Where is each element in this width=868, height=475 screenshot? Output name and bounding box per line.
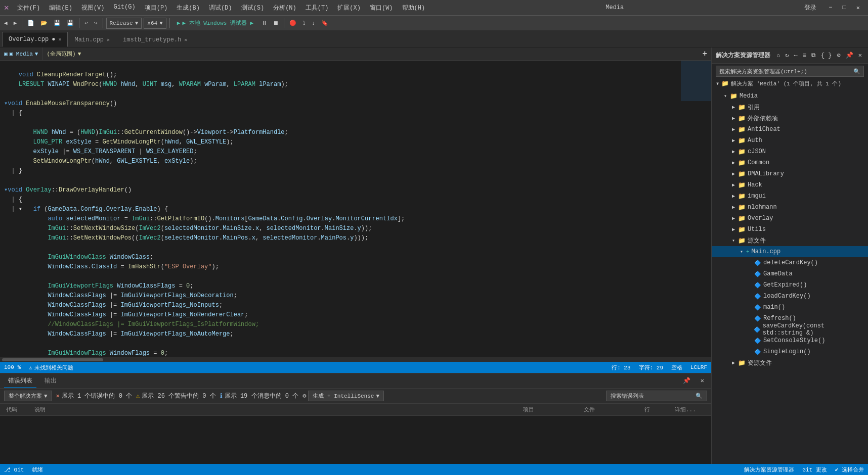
stop-button[interactable]: ⏹ (271, 19, 281, 27)
tab-overlay-cpp[interactable]: Overlay.cpp ● ✕ (2, 32, 68, 47)
tree-item-func-setconsolestyle[interactable]: 🔷 SetConsoleStyle() (712, 335, 868, 346)
tree-item-common[interactable]: ▶ 📁 Common (712, 157, 868, 168)
save-all-button[interactable]: 💾 (65, 19, 76, 27)
filter-dropdown[interactable]: 整个解决方案 ▼ (4, 391, 52, 401)
tree-item-func-main[interactable]: 🔷 main() (712, 302, 868, 313)
panel-icon-code[interactable]: { } (819, 51, 834, 60)
tab-output[interactable]: 输出 (40, 374, 61, 387)
status-git[interactable]: ⎇ Git (4, 466, 24, 473)
step-over-button[interactable]: ⤵ (300, 19, 308, 27)
function-dropdown[interactable]: (全局范围) ▼ (42, 49, 698, 59)
panel-pin-icon[interactable]: 📌 (680, 376, 693, 386)
pause-button[interactable]: ⏸ (259, 19, 269, 27)
tree-item-overlay[interactable]: ▶ 📁 Overlay (712, 213, 868, 224)
tree-item-func-getexpired[interactable]: 🔷 GetExpired() (712, 279, 868, 291)
error-search-bar[interactable]: 搜索错误列表 🔍 (606, 391, 707, 401)
build-dropdown[interactable]: 生成 + IntelliSense ▼ (308, 391, 384, 401)
panel-close-icon[interactable]: ✕ (698, 376, 707, 386)
warning-filter[interactable]: ⚠ 展示 26 个警告中的 0 个 (136, 392, 216, 400)
menu-tools[interactable]: 工具(T) (301, 3, 333, 13)
bookmark-button[interactable]: 🔖 (319, 19, 330, 27)
menu-project[interactable]: 项目(P) (141, 3, 172, 13)
panel-icon-settings[interactable]: ⚙ (835, 51, 843, 60)
breakpoint-button[interactable]: 🔴 (287, 19, 298, 27)
tab-imstb[interactable]: imstb_truetype.h ✕ (116, 32, 194, 47)
error-filter[interactable]: ✕ 展示 1 个错误中的 0 个 (56, 392, 132, 400)
tab-main-cpp[interactable]: Main.cpp ✕ (68, 32, 116, 47)
tree-item-external-deps[interactable]: ▶ 📁 外部依赖项 (712, 113, 868, 124)
tree-label-resourcefiles: 资源文件 (748, 359, 772, 367)
tab-close-icon[interactable]: ✕ (107, 37, 110, 43)
forward-button[interactable]: ▶ (12, 19, 19, 27)
tree-item-hack[interactable]: ▶ 📁 Hack (712, 179, 868, 191)
login-button[interactable]: 登录 (800, 3, 820, 13)
tab-close-icon[interactable]: ✕ (58, 36, 61, 42)
tree-item-func-gamedata[interactable]: 🔷 GameData (712, 268, 868, 279)
tree-item-nlohmann[interactable]: ▶ 📁 nlohmann (712, 202, 868, 213)
menu-window[interactable]: 窗口(W) (366, 3, 397, 13)
window-title: Media (433, 4, 796, 11)
tab-error-list[interactable]: 错误列表 (4, 374, 36, 388)
menu-debug[interactable]: 调试(D) (205, 3, 236, 13)
menu-analyze[interactable]: 分析(N) (269, 3, 300, 13)
tree-item-resourcefiles[interactable]: ▶ 📁 资源文件 (712, 357, 868, 368)
tree-item-media[interactable]: ▾ 📁 Media (712, 90, 868, 102)
add-file-button[interactable]: + (698, 49, 711, 60)
tab-label: Main.cpp (74, 36, 104, 43)
solution-expand-icon[interactable]: ▾ (716, 80, 719, 87)
tree-item-imgui[interactable]: ▶ 📁 imgui (712, 191, 868, 202)
tree-label-cjson: cJSON (748, 148, 766, 155)
scope-dropdown[interactable]: ▣ ▣ Media ▼ (0, 48, 42, 60)
tree-item-references[interactable]: ▶ 📁 引用 (712, 102, 868, 113)
tree-item-cjson[interactable]: ▶ 📁 cJSON (712, 146, 868, 157)
panel-icon-filter[interactable]: ≡ (801, 51, 808, 60)
step-into-button[interactable]: ↓ (310, 19, 317, 27)
menu-extensions[interactable]: 扩展(X) (333, 3, 365, 13)
panel-icon-pin[interactable]: 📌 (844, 51, 855, 60)
horizontal-scrollbar[interactable] (0, 357, 711, 362)
build-config-dropdown[interactable]: Release ▼ (106, 18, 142, 29)
undo-button[interactable]: ↩ (82, 19, 90, 27)
redo-button[interactable]: ↪ (92, 19, 100, 27)
code-editor[interactable]: void CleanupRenderTarget(); LRESULT WINA… (0, 61, 711, 357)
solution-explorer-status[interactable]: 解决方案资源管理器 (744, 466, 794, 473)
tab-close-icon[interactable]: ✕ (184, 37, 187, 43)
panel-icon-close[interactable]: ✕ (856, 51, 864, 60)
platform-dropdown[interactable]: x64 ▼ (144, 18, 166, 29)
tree-item-utils[interactable]: ▶ 📁 Utils (712, 224, 868, 235)
tree-item-sourcefiles[interactable]: ▾ 📁 源文件 (712, 235, 868, 246)
tree-item-func-loadcardkey[interactable]: 🔷 loadCardKey() (712, 291, 868, 302)
tree-item-auth[interactable]: ▶ 📁 Auth (712, 135, 868, 146)
save-button[interactable]: 💾 (52, 19, 63, 27)
tree-item-anticheat[interactable]: ▶ 📁 AntiCheat (712, 124, 868, 135)
maximize-button[interactable]: □ (839, 3, 850, 13)
merge-status[interactable]: ✔ 选择合并 (835, 466, 864, 473)
back-button[interactable]: ◀ (2, 19, 10, 27)
panel-icon-back[interactable]: ← (792, 51, 800, 60)
tree-label-setconsolestyle: SetConsoleStyle() (763, 337, 825, 344)
menu-file[interactable]: 文件(F) (13, 3, 45, 13)
build-filter[interactable]: ⚙ 生成 + IntelliSense ▼ (302, 391, 384, 401)
tree-item-func-deletecardkey[interactable]: 🔷 deleteCardKey() (712, 257, 868, 268)
menu-git[interactable]: Git(G) (109, 3, 139, 13)
minimize-button[interactable]: − (824, 3, 836, 13)
git-changes-status[interactable]: Git 更改 (802, 466, 827, 473)
run-button[interactable]: ▶ ▶ 本地 Windows 调试器 ▶ (173, 18, 257, 28)
menu-edit[interactable]: 编辑(E) (45, 3, 76, 13)
info-filter[interactable]: ℹ 展示 19 个消息中的 0 个 (220, 392, 298, 400)
tree-item-func-savecardkey[interactable]: 🔷 saveCardKey(const std::string &) (712, 324, 868, 335)
panel-icon-expand[interactable]: ⧉ (809, 51, 818, 60)
panel-icon-home[interactable]: ⌂ (774, 51, 782, 60)
new-project-button[interactable]: 📄 (25, 19, 36, 27)
menu-help[interactable]: 帮助(H) (398, 3, 429, 13)
panel-icon-refresh[interactable]: ↻ (783, 51, 791, 60)
menu-build[interactable]: 生成(B) (172, 3, 204, 13)
tree-item-dmalibrary[interactable]: ▶ 📁 DMALibrary (712, 168, 868, 179)
menu-view[interactable]: 视图(V) (77, 3, 109, 13)
close-button[interactable]: ✕ (852, 3, 864, 13)
open-button[interactable]: 📂 (38, 19, 50, 27)
tree-item-maincpp[interactable]: ▾ + Main.cpp (712, 246, 868, 257)
solution-search-bar[interactable]: 搜索解决方案资源管理器(Ctrl+;) 🔍 (716, 66, 864, 77)
menu-test[interactable]: 测试(S) (237, 3, 269, 13)
tree-item-func-singlelogin[interactable]: 🔷 SingleLogin() (712, 346, 868, 357)
